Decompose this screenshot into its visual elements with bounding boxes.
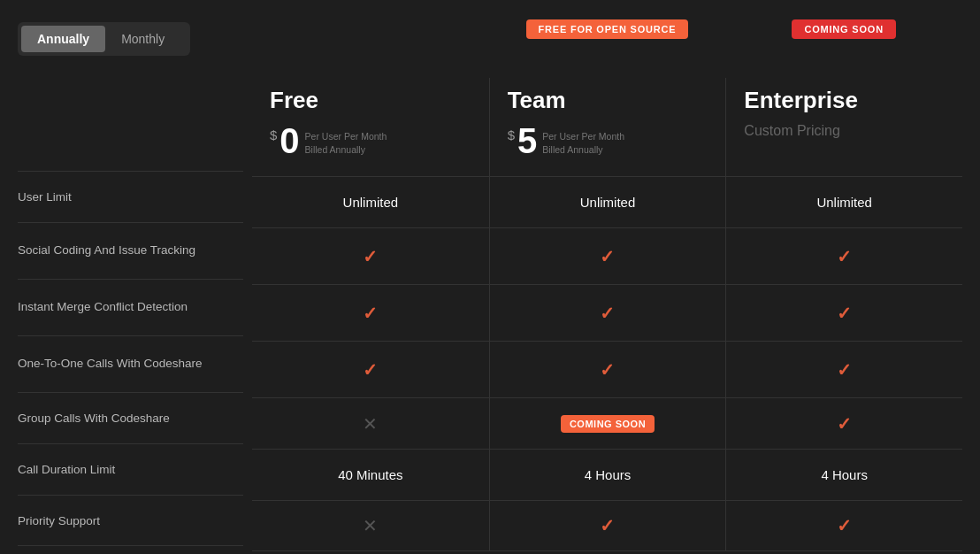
feature-label-merge-conflict: Instant Merge Conflict Detection: [18, 279, 243, 335]
free-price-amount: 0: [279, 123, 299, 158]
enterprise-group-calls-check: ✓: [837, 413, 852, 435]
enterprise-social-coding-check: ✓: [837, 246, 852, 267]
team-one-to-one: ✓: [489, 341, 726, 397]
enterprise-banner-cell: COMING SOON: [725, 18, 962, 78]
team-plan-price: $ 5 Per User Per Month Billed Annually: [508, 123, 708, 158]
free-user-limit-value: Unlimited: [343, 195, 399, 210]
free-priority-support-cross: ✕: [363, 515, 378, 536]
team-group-calls-coming-soon: COMING SOON: [561, 415, 655, 433]
team-user-limit-value: Unlimited: [580, 195, 636, 210]
enterprise-custom-pricing: Custom Pricing: [744, 123, 945, 139]
annually-button[interactable]: Annually: [21, 26, 105, 52]
features-sidebar: User Limit Social Coding And Issue Track…: [18, 78, 252, 554]
team-banner-cell: FREE FOR OPEN SOURCE: [489, 18, 726, 78]
team-merge-conflict-check: ✓: [600, 303, 615, 324]
team-one-to-one-check: ✓: [600, 359, 615, 381]
free-price-details: Per User Per Month Billed Annually: [305, 130, 387, 155]
plans-container: Free $ 0 Per User Per Month Billed Annua…: [252, 78, 962, 554]
free-banner-cell: [252, 18, 489, 78]
feature-label-call-duration: Call Duration Limit: [18, 443, 243, 495]
team-social-coding-check: ✓: [600, 246, 615, 267]
free-merge-conflict-check: ✓: [363, 303, 378, 324]
free-call-duration: 40 Minutes: [252, 449, 489, 500]
team-price-details: Per User Per Month Billed Annually: [542, 130, 624, 155]
enterprise-group-calls: ✓: [725, 397, 962, 449]
enterprise-priority-support-check: ✓: [837, 515, 852, 536]
enterprise-merge-conflict: ✓: [725, 284, 962, 341]
free-plan-name: Free: [270, 87, 471, 114]
team-social-coding: ✓: [489, 227, 726, 284]
free-user-limit: Unlimited: [252, 176, 489, 227]
feature-labels: User Limit Social Coding And Issue Track…: [18, 171, 243, 546]
monthly-button[interactable]: Monthly: [105, 26, 180, 52]
feature-label-user-limit: User Limit: [18, 171, 243, 222]
team-plan-header: Team $ 5 Per User Per Month Billed Annua…: [489, 78, 726, 176]
enterprise-custom-label: Custom Pricing: [744, 123, 839, 138]
enterprise-one-to-one-check: ✓: [837, 359, 852, 381]
team-priority-support: ✓: [489, 500, 726, 551]
team-user-limit: Unlimited: [489, 176, 726, 227]
enterprise-user-limit-value: Unlimited: [816, 195, 872, 210]
enterprise-plan-name: Enterprise: [744, 87, 945, 114]
free-social-coding-check: ✓: [363, 246, 378, 267]
free-call-duration-value: 40 Minutes: [338, 467, 402, 482]
feature-label-one-to-one: One-To-One Calls With Codeshare: [18, 335, 243, 392]
free-price-detail1: Per User Per Month: [305, 130, 387, 144]
free-group-calls-cross: ✕: [363, 413, 378, 435]
free-one-to-one-check: ✓: [363, 359, 378, 381]
enterprise-priority-support: ✓: [725, 500, 962, 551]
enterprise-call-duration-value: 4 Hours: [821, 467, 868, 482]
free-group-calls: ✕: [252, 397, 489, 449]
billing-toggle-container: Annually Monthly: [18, 18, 252, 78]
free-priority-support: ✕: [252, 500, 489, 551]
free-plan-price: $ 0 Per User Per Month Billed Annually: [270, 123, 471, 158]
enterprise-plan-header: Enterprise Custom Pricing: [725, 78, 962, 176]
team-price-detail1: Per User Per Month: [542, 130, 624, 144]
plans-headers: Free $ 0 Per User Per Month Billed Annua…: [252, 78, 962, 176]
team-group-calls: COMING SOON: [489, 397, 726, 449]
free-price-detail2: Billed Annually: [305, 144, 387, 155]
features-grid: Unlimited Unlimited Unlimited ✓ ✓ ✓: [252, 176, 962, 551]
free-for-open-source-badge: FREE FOR OPEN SOURCE: [526, 19, 689, 39]
team-merge-conflict: ✓: [489, 284, 726, 341]
billing-toggle: Annually Monthly: [18, 22, 190, 56]
enterprise-user-limit: Unlimited: [725, 176, 962, 227]
team-price-amount: 5: [517, 123, 537, 158]
free-plan-header: Free $ 0 Per User Per Month Billed Annua…: [252, 78, 489, 176]
team-call-duration: 4 Hours: [489, 449, 726, 500]
coming-soon-top-badge: COMING SOON: [792, 19, 895, 39]
enterprise-one-to-one: ✓: [725, 341, 962, 397]
feature-label-group-calls: Group Calls With Codeshare: [18, 392, 243, 443]
team-price-symbol: $: [508, 127, 515, 142]
enterprise-social-coding: ✓: [725, 227, 962, 284]
enterprise-call-duration: 4 Hours: [725, 449, 962, 500]
feature-label-priority-support: Priority Support: [18, 495, 243, 546]
feature-label-social-coding: Social Coding And Issue Tracking: [18, 222, 243, 279]
team-price-detail2: Billed Annually: [542, 144, 624, 155]
free-price-symbol: $: [270, 127, 277, 142]
free-social-coding: ✓: [252, 227, 489, 284]
free-one-to-one: ✓: [252, 341, 489, 397]
team-plan-name: Team: [508, 87, 708, 114]
team-call-duration-value: 4 Hours: [585, 467, 632, 482]
free-merge-conflict: ✓: [252, 284, 489, 341]
team-priority-support-check: ✓: [600, 515, 615, 536]
enterprise-merge-conflict-check: ✓: [837, 303, 852, 324]
